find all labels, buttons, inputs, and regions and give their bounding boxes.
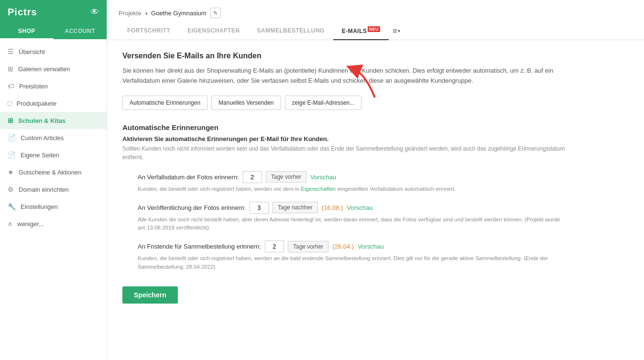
tab-fortschritt[interactable]: FORTSCHRITT <box>119 22 179 40</box>
tab-shop[interactable]: SHOP <box>0 24 54 39</box>
sidebar-item-uebersicht[interactable]: ☰ Übersicht <box>0 43 107 60</box>
page-description: Sie können hier direkt aus der Shopverwa… <box>122 66 581 86</box>
reminder-2-label: An Veröffentlichung der Fotos erinnern: <box>138 204 246 211</box>
reminder-2-suffix: Tage nachher <box>273 202 318 213</box>
reminder-3-preview[interactable]: Vorschau <box>358 243 383 250</box>
sidebar-header: Pictrs 👁 <box>0 0 107 24</box>
reminder-row-3: An Fristende für Sammelbestellung erinne… <box>138 240 629 271</box>
page-tabs: FORTSCHRITT EIGENSCHAFTEN SAMMELBESTELLU… <box>107 22 644 40</box>
eigene-seiten-icon: 📄 <box>8 151 16 159</box>
sidebar-item-eigene-seiten[interactable]: 📄 Eigene Seiten <box>0 146 107 164</box>
sidebar-item-schulen[interactable]: ⊞ Schulen & Kitas <box>0 112 107 129</box>
reminder-3-label: An Fristende für Sammelbestellung erinne… <box>138 243 261 250</box>
sidebar-item-preislisten[interactable]: 🏷 Preislisten <box>0 77 107 95</box>
breadcrumb: Projekte › Goethe Gymnasium ✎ <box>107 0 644 22</box>
action-buttons: Automatische Erinnerungen Manuelles Vers… <box>122 96 629 110</box>
new-badge: NEU <box>368 26 381 32</box>
show-emails-button[interactable]: zeige E-Mail-Adressen... <box>285 96 362 110</box>
auto-reminders-title: Automatische Erinnerungen <box>122 123 629 131</box>
custom-articles-icon: 📄 <box>8 134 16 142</box>
reminder-row-1: An Verfallsdatum der Fotos erinnern: Tag… <box>138 171 629 193</box>
auto-reminders-lead: Aktivieren Sie automatische Erinnerungen… <box>122 135 629 142</box>
reminder-2-date: (16.08.) <box>322 204 343 211</box>
pricelist-icon: 🏷 <box>8 82 14 90</box>
reminder-1-suffix: Tage vorher <box>266 171 306 183</box>
tabs-more-button[interactable]: ≡ ▾ <box>393 27 400 35</box>
gutscheine-icon: ★ <box>8 168 14 176</box>
reminder-1-preview[interactable]: Vorschau <box>310 174 336 181</box>
einstellungen-icon: 🔧 <box>8 203 16 210</box>
auto-reminders-section: Automatische Erinnerungen Aktivieren Sie… <box>122 123 629 271</box>
auto-reminders-sub: Sollten Kunden noch nicht informiert wor… <box>122 144 581 162</box>
sidebar-tabs: SHOP ACCOUNT <box>0 24 107 39</box>
breadcrumb-separator: › <box>145 10 147 17</box>
sidebar-item-domain[interactable]: ⚙ Domain einrichten <box>0 181 107 198</box>
tab-emails[interactable]: E-MAILSNEU <box>333 22 389 40</box>
reminder-3-desc: Kunden, die bestellt oder sich registrie… <box>138 254 568 271</box>
tab-account[interactable]: ACCOUNT <box>54 24 107 39</box>
breadcrumb-current: Goethe Gymnasium <box>151 10 207 17</box>
reminder-1-label: An Verfallsdatum der Fotos erinnern: <box>138 174 239 181</box>
sidebar-logo: Pictrs <box>8 7 37 18</box>
breadcrumb-parent: Projekte <box>119 10 142 17</box>
page-heading: Versenden Sie E-Mails an Ihre Kunden <box>122 52 629 60</box>
domain-icon: ⚙ <box>8 185 14 193</box>
sidebar-item-galerien[interactable]: ⊞ Galerien verwalten <box>0 60 107 77</box>
sidebar-item-custom-articles[interactable]: 📄 Custom Articles <box>0 129 107 146</box>
reminder-row-3-top: An Fristende für Sammelbestellung erinne… <box>138 240 629 252</box>
tabs-more-chevron: ▾ <box>398 28 400 33</box>
tab-sammelbestellung[interactable]: SAMMELBESTELLUNG <box>248 22 333 40</box>
tabs-more-icon: ≡ <box>393 27 397 35</box>
main-content: Projekte › Goethe Gymnasium ✎ FORTSCHRIT… <box>107 0 644 360</box>
sidebar: Pictrs 👁 SHOP ACCOUNT ☰ Übersicht ⊞ Gale… <box>0 0 107 360</box>
reminder-row-2: An Veröffentlichung der Fotos erinnern: … <box>138 202 629 232</box>
reminder-2-desc: Alle Kunden die noch nicht bestellt habe… <box>138 216 568 232</box>
product-icon: □ <box>8 99 11 107</box>
reminder-1-input[interactable] <box>243 171 262 183</box>
content-area: Versenden Sie E-Mails an Ihre Kunden Sie… <box>107 40 644 360</box>
reminder-2-preview[interactable]: Vorschau <box>347 204 373 211</box>
sidebar-nav: ☰ Übersicht ⊞ Galerien verwalten 🏷 Preis… <box>0 39 107 360</box>
reminder-1-desc: Kunden, die bestellt oder sich registrie… <box>138 185 568 193</box>
manual-send-button[interactable]: Manuelles Versenden <box>211 96 281 110</box>
reminder-3-suffix: Tage vorher <box>288 241 328 252</box>
sidebar-item-produktpakete[interactable]: □ Produktpakete <box>0 95 107 112</box>
edit-project-icon[interactable]: ✎ <box>210 8 221 18</box>
save-button[interactable]: Speichern <box>122 286 178 304</box>
auto-reminders-button[interactable]: Automatische Erinnerungen <box>122 96 207 110</box>
reminder-3-input[interactable] <box>265 240 284 252</box>
tab-eigenschaften[interactable]: EIGENSCHAFTEN <box>179 22 248 40</box>
reminder-row-2-top: An Veröffentlichung der Fotos erinnern: … <box>138 202 629 214</box>
gallery-icon: ⊞ <box>8 65 13 73</box>
eigenschaften-link[interactable]: Eigenschaften <box>301 186 336 192</box>
sidebar-item-weniger[interactable]: ∧ weniger... <box>0 215 107 232</box>
reminder-3-date: (26.04.) <box>332 243 354 250</box>
weniger-icon: ∧ <box>8 220 12 228</box>
reminder-2-input[interactable] <box>250 202 269 214</box>
reminder-row-1-top: An Verfallsdatum der Fotos erinnern: Tag… <box>138 171 629 183</box>
sidebar-item-gutscheine[interactable]: ★ Gutscheine & Aktionen <box>0 164 107 181</box>
overview-icon: ☰ <box>8 48 14 55</box>
sidebar-item-einstellungen[interactable]: 🔧 Einstellungen <box>0 198 107 215</box>
eye-icon[interactable]: 👁 <box>90 7 99 17</box>
schulen-icon: ⊞ <box>8 117 13 124</box>
